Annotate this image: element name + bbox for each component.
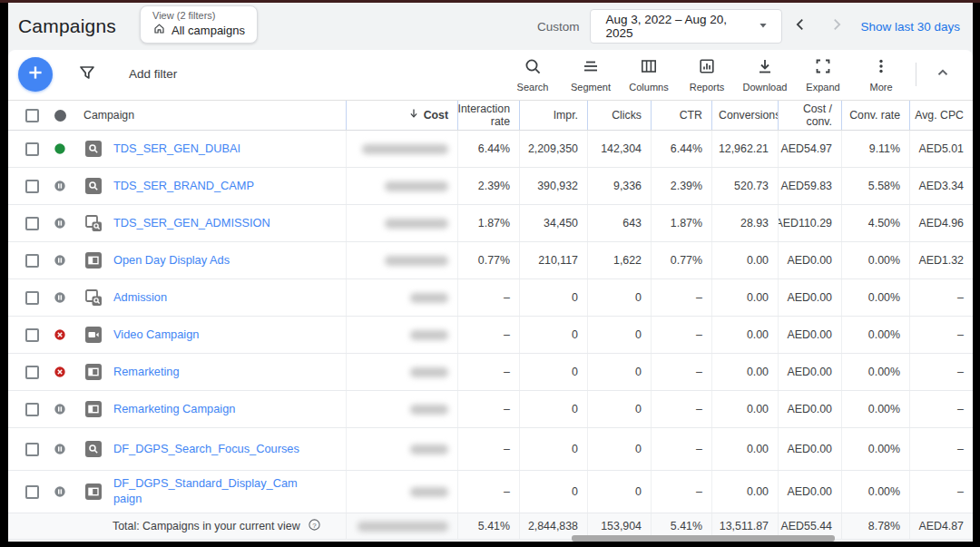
campaign-link[interactable]: Admission [113, 290, 167, 306]
display-campaign-icon [85, 364, 102, 380]
sort-descending-arrow-icon [407, 107, 420, 122]
status-paused-icon [54, 403, 66, 415]
ctr-cell: – [651, 354, 711, 390]
column-header-conv-rate[interactable]: Conv. rate [841, 101, 909, 130]
filter-button[interactable] [78, 63, 96, 85]
blurred-cost-value [410, 367, 448, 377]
columns-icon [640, 57, 658, 79]
column-header-clicks[interactable]: Clicks [587, 101, 651, 130]
avg-cpc-cell: AED4.96 [909, 205, 973, 241]
ctr-cell: – [651, 391, 711, 427]
column-header-avg-cpc[interactable]: Avg. CPC [909, 101, 973, 130]
status-paused-icon [54, 443, 66, 455]
conversions-cell: 0.00 [711, 354, 778, 390]
campaign-link[interactable]: DF_DGPS_Search_Focus_Courses [113, 442, 299, 457]
dynamic-search-campaign-icon [85, 289, 102, 306]
impr-cell: 390,932 [519, 168, 587, 204]
cost-cell [346, 354, 457, 390]
campaign-row: Remarketing – 0 0 – 0.00 AED0.00 0.00% – [8, 354, 973, 391]
clicks-cell: 0 [587, 428, 651, 470]
campaign-row: Open Day Display Ads 0.77% 210,117 1,622… [8, 242, 973, 279]
add-filter-field[interactable]: Add filter [129, 67, 177, 81]
column-header-cost[interactable]: Cost [346, 101, 457, 130]
column-header-ctr[interactable]: CTR [651, 101, 711, 130]
previous-period-button[interactable] [782, 9, 818, 44]
cost-per-conv-cell: AED0.00 [778, 242, 841, 278]
row-checkbox[interactable] [25, 443, 39, 456]
ctr-cell: 2.39% [651, 168, 711, 204]
collapse-table-button[interactable] [922, 64, 964, 84]
select-all-checkbox[interactable] [25, 109, 39, 122]
toolbar-search-button[interactable]: Search [504, 55, 562, 93]
row-checkbox[interactable] [25, 485, 39, 499]
toolbar-expand-button[interactable]: Expand [794, 55, 852, 93]
cost-per-conv-cell: AED0.00 [778, 317, 841, 353]
campaign-link[interactable]: Open Day Display Ads [113, 253, 230, 269]
campaign-link[interactable]: TDS_SER_BRAND_CAMP [113, 179, 254, 194]
view-filter-chip[interactable]: View (2 filters) All campaigns [140, 5, 258, 44]
campaign-link[interactable]: Video Campaign [113, 327, 199, 343]
column-header-cost-per-conv[interactable]: Cost / conv. [778, 101, 841, 130]
ctr-cell: – [651, 471, 711, 513]
status-filter-dot-icon[interactable] [54, 110, 66, 122]
conv-rate-cell: 0.00% [841, 317, 909, 353]
toolbar-more-button[interactable]: More [852, 55, 910, 93]
row-checkbox[interactable] [25, 217, 39, 230]
interaction-rate-cell: – [457, 391, 519, 427]
interaction-rate-cell: 1.87% [457, 205, 519, 241]
campaigns-table-card: Add filter Search Segment Columns Report… [8, 50, 973, 542]
impr-cell: 0 [519, 471, 587, 513]
date-mode-label: Custom [537, 20, 580, 34]
ctr-cell: – [651, 317, 711, 353]
campaign-row: Admission – 0 0 – 0.00 AED0.00 0.00% – [8, 279, 973, 317]
status-removed-icon [54, 328, 66, 341]
next-period-button[interactable] [818, 9, 855, 44]
campaign-link[interactable]: TDS_SER_GEN_ADMISSION [113, 216, 270, 231]
campaign-link[interactable]: TDS_SER_GEN_DUBAI [113, 142, 240, 157]
blurred-cost-value [358, 522, 448, 532]
avg-cpc-cell: AED3.34 [909, 168, 973, 204]
campaign-link[interactable]: Remarketing Campaign [113, 402, 235, 417]
clicks-cell: 1,622 [587, 242, 651, 278]
column-header-impr[interactable]: Impr. [519, 101, 587, 130]
help-icon[interactable]: ? [308, 518, 321, 534]
toolbar-actions: Search Segment Columns Reports Download … [504, 55, 910, 93]
row-checkbox[interactable] [25, 328, 39, 342]
cost-per-conv-cell: AED110.29 [778, 205, 841, 241]
row-checkbox[interactable] [25, 291, 39, 305]
toolbar-reports-button[interactable]: Reports [678, 55, 736, 93]
column-header-conversions[interactable]: Conversions [711, 101, 778, 130]
column-header-campaign[interactable]: Campaign [8, 101, 346, 130]
row-checkbox[interactable] [25, 403, 39, 416]
total-conv-rate: 8.78% [841, 513, 909, 539]
status-removed-icon [54, 366, 66, 378]
impr-cell: 210,117 [519, 242, 587, 278]
search-campaign-icon [85, 141, 102, 157]
interaction-rate-cell: – [457, 317, 519, 353]
cost-per-conv-cell: AED0.00 [778, 471, 841, 513]
campaign-link[interactable]: DF_DGPS_Standard_Display_Campaign [113, 476, 302, 506]
blurred-cost-value [410, 293, 448, 303]
interaction-rate-cell: 0.77% [457, 242, 519, 278]
column-header-interaction-rate[interactable]: Interaction rate [457, 101, 519, 130]
dropdown-caret-icon [756, 18, 770, 35]
row-checkbox[interactable] [25, 142, 39, 156]
date-range-selector[interactable]: Aug 3, 2022 – Aug 20, 2025 [590, 9, 782, 44]
row-checkbox[interactable] [25, 366, 39, 379]
show-last-30-days-link[interactable]: Show last 30 days [860, 20, 960, 34]
horizontal-scrollbar[interactable] [572, 535, 835, 542]
interaction-rate-cell: 6.44% [457, 131, 519, 167]
clicks-cell: 643 [587, 205, 651, 241]
toolbar-download-button[interactable]: Download [736, 55, 794, 93]
toolbar-columns-button[interactable]: Columns [620, 55, 678, 93]
avg-cpc-cell: – [909, 391, 973, 427]
interaction-rate-cell: – [457, 279, 519, 316]
conv-rate-cell: 0.00% [841, 354, 909, 390]
new-campaign-button[interactable] [18, 57, 53, 92]
row-checkbox[interactable] [25, 254, 39, 268]
campaign-link[interactable]: Remarketing [113, 365, 180, 380]
download-icon [756, 57, 774, 79]
toolbar-segment-button[interactable]: Segment [562, 55, 620, 93]
plus-icon [25, 63, 45, 86]
row-checkbox[interactable] [25, 180, 39, 193]
